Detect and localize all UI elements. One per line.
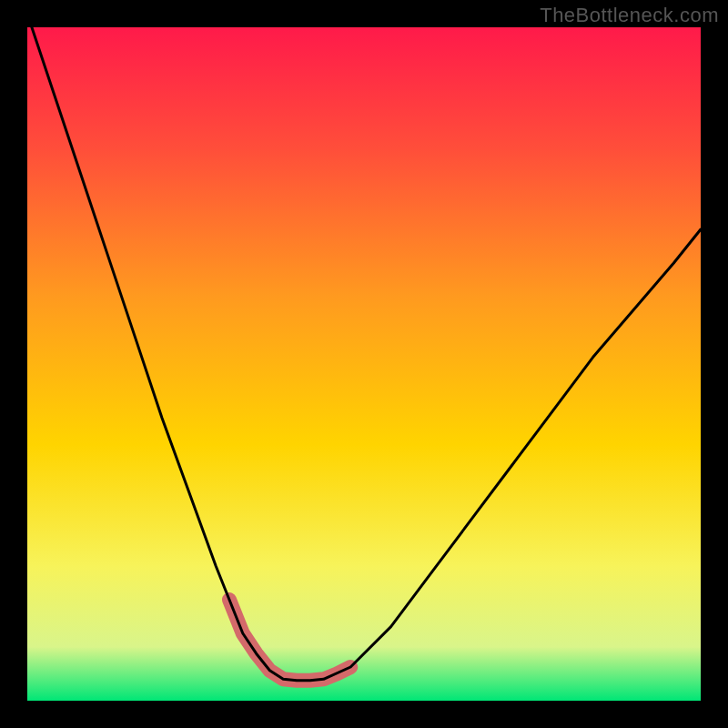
watermark-text: TheBottleneck.com <box>540 4 719 27</box>
chart-svg <box>27 27 701 701</box>
gradient-background <box>27 27 701 701</box>
chart-plot-area <box>27 27 701 701</box>
